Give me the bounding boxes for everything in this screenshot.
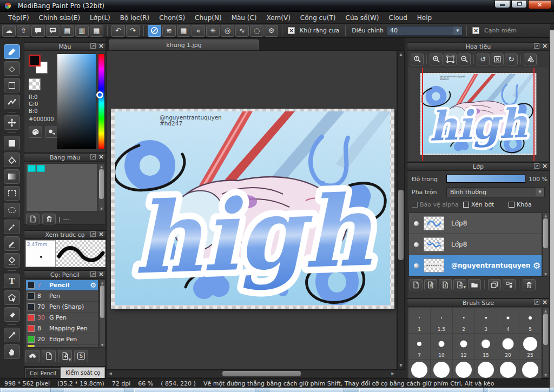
opacity-slider[interactable]: [446, 175, 525, 183]
taskbar-window-fragment[interactable]: [134, 388, 255, 392]
scroll-up-icon[interactable]: ▲: [398, 51, 404, 58]
scroll-thumb[interactable]: [99, 169, 104, 199]
navigator-preview[interactable]: [408, 68, 548, 161]
correction-none-button[interactable]: [148, 25, 161, 37]
adjust-dropdown[interactable]: 40 ▼: [387, 26, 463, 36]
minimize-button[interactable]: [494, 0, 510, 8]
brush-list-item[interactable]: 8Pen: [26, 291, 98, 302]
layer-scrollbar[interactable]: ▲ ▼: [542, 212, 549, 277]
transparent-color-swatch[interactable]: [29, 78, 41, 90]
scroll-right-icon[interactable]: ▶: [390, 370, 396, 377]
close-icon[interactable]: ×: [98, 154, 104, 160]
flip-horizontal-button[interactable]: [524, 54, 537, 65]
layer-row[interactable]: @nguyentrantuquyen⚙: [409, 255, 542, 276]
undo-button[interactable]: ↶: [111, 25, 125, 37]
delete-palette-color-button[interactable]: [42, 214, 56, 224]
menu-item[interactable]: Bộ lọc(R): [115, 12, 154, 23]
concentric-snap-button[interactable]: ◎: [221, 25, 234, 37]
brush-list-item[interactable]: 70Pen (Sharp): [26, 302, 98, 313]
brush-list-item[interactable]: 20Edge Pen: [26, 334, 98, 345]
scroll-down-icon[interactable]: ▼: [543, 373, 549, 377]
zoom-out-button[interactable]: [458, 54, 471, 65]
gear-icon[interactable]: ⚙: [90, 281, 96, 289]
scroll-down-icon[interactable]: ▼: [398, 362, 404, 369]
canvas-tab[interactable]: khung 1.jpg: [109, 39, 259, 50]
add-brush-from-image-button[interactable]: ▼: [58, 350, 72, 362]
brush-size-cell[interactable]: [519, 360, 542, 378]
close-icon[interactable]: ×: [98, 271, 104, 277]
taskbar-window-fragment[interactable]: [359, 388, 484, 392]
popout-icon[interactable]: ↗: [534, 163, 539, 169]
close-icon[interactable]: ×: [542, 163, 548, 169]
artwork-canvas[interactable]: [111, 109, 394, 309]
title-bar[interactable]: MediBang Paint Pro (32bit) ×: [0, 0, 554, 12]
popout-icon[interactable]: ↗: [534, 300, 539, 305]
brush-size-cell[interactable]: 1: [408, 308, 431, 334]
taskbar-window-fragment[interactable]: [64, 388, 124, 392]
palette-scrollbar[interactable]: ▲ ▼: [98, 163, 105, 211]
tab-brush-control[interactable]: Kiểm soát cọ: [61, 367, 105, 378]
brush-list-item[interactable]: 7Pencil⚙: [26, 280, 98, 291]
menu-item[interactable]: Chỉnh sửa(E): [34, 12, 85, 23]
bucket-tool[interactable]: [4, 152, 20, 167]
menu-item[interactable]: Tệp(F): [3, 12, 34, 23]
taskbar-window-fragment[interactable]: [488, 388, 550, 392]
material-button[interactable]: ▦: [90, 25, 103, 37]
select-tool[interactable]: [4, 186, 20, 201]
eraser-slant-tool[interactable]: [4, 307, 20, 322]
parallel-lines-button[interactable]: ≋: [162, 25, 176, 37]
grid-snap-button[interactable]: ▦: [177, 25, 190, 37]
menu-item[interactable]: Lớp(L): [85, 12, 115, 23]
taskbar-window-fragment[interactable]: [271, 388, 344, 392]
eyedropper-tool[interactable]: [4, 328, 20, 342]
popout-icon[interactable]: ↗: [90, 231, 96, 237]
eraser-tool[interactable]: ◇: [4, 61, 20, 76]
blend-mode-dropdown[interactable]: Bình thường ▼: [446, 187, 545, 197]
palette-swatch[interactable]: [28, 165, 36, 172]
sv-cursor[interactable]: [58, 143, 63, 148]
rectangle-tool[interactable]: [4, 78, 20, 92]
preview-panel-header[interactable]: Xem trước cọ ↗ ×: [24, 231, 105, 239]
brush-size-cell[interactable]: 2: [453, 308, 475, 334]
curve-snap-button[interactable]: ∿: [235, 25, 249, 37]
scroll-up-icon[interactable]: ▲: [543, 213, 549, 218]
clipping-checkbox[interactable]: Xén bớt: [463, 201, 494, 208]
canvas-horizontal-scrollbar[interactable]: ◀ ▶: [106, 370, 397, 377]
add-1bit-layer-button[interactable]: 1: [439, 279, 452, 290]
download-brush-button[interactable]: [25, 350, 39, 362]
brush-list-item[interactable]: 30G Pen: [26, 313, 98, 323]
saturation-value-picker[interactable]: [57, 54, 96, 149]
scroll-down-icon[interactable]: ▼: [100, 342, 105, 347]
layer-row[interactable]: Lớp8: [409, 234, 542, 255]
rotate-reset-button[interactable]: [491, 54, 504, 65]
hue-cursor[interactable]: [96, 91, 103, 98]
cloud-button[interactable]: ☁: [2, 25, 16, 37]
palette-panel-header[interactable]: Bảng màu ↗ ×: [24, 154, 105, 162]
ellipse-snap-button[interactable]: ◌: [250, 25, 263, 37]
close-icon[interactable]: ×: [542, 43, 548, 49]
radial-snap-button[interactable]: ✳: [206, 25, 220, 37]
tab-brush[interactable]: Cọ: Pencil: [25, 368, 61, 378]
document-button[interactable]: ▤: [61, 25, 74, 37]
delete-layer-button[interactable]: [523, 279, 536, 290]
foreground-color-swatch[interactable]: [29, 55, 41, 67]
operation-tool[interactable]: [4, 290, 20, 305]
scroll-up-icon[interactable]: ▲: [100, 280, 105, 285]
fill-rectangle-tool[interactable]: [4, 136, 20, 150]
brush-size-cell[interactable]: [497, 360, 519, 378]
duplicate-layer-button[interactable]: [488, 279, 501, 290]
add-layer-button[interactable]: [410, 279, 423, 290]
brush-size-cell[interactable]: [475, 360, 497, 378]
brush-tool[interactable]: [4, 44, 20, 59]
zoom-100-button[interactable]: [411, 54, 424, 65]
scroll-up-icon[interactable]: ▲: [543, 308, 549, 313]
layers-panel-header[interactable]: Lớp ↗ ×: [407, 163, 549, 171]
brush-list-item[interactable]: [26, 345, 98, 348]
close-icon[interactable]: ×: [98, 231, 104, 237]
menu-item[interactable]: Xem(V): [262, 12, 295, 23]
menu-item[interactable]: Chọn(S): [154, 12, 190, 23]
navigator-panel-header[interactable]: Hoa tiêu ↗ ×: [407, 43, 549, 51]
publish-button[interactable]: ⇧: [17, 25, 30, 37]
brush-size-cell[interactable]: 1.5: [431, 308, 453, 334]
restore-button[interactable]: [511, 0, 527, 8]
